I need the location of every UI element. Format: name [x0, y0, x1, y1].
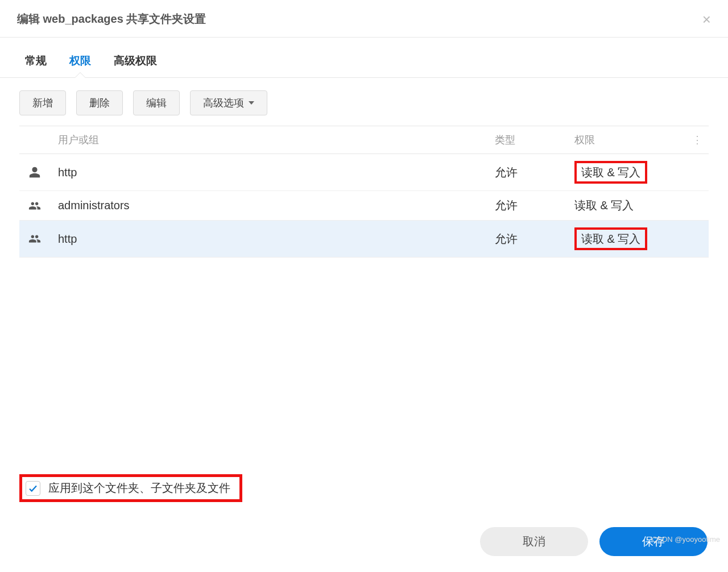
edit-button[interactable]: 编辑	[133, 90, 180, 115]
cell-type: 允许	[487, 221, 566, 257]
cell-name: http	[50, 221, 487, 257]
th-permission[interactable]: 权限	[566, 126, 686, 154]
toolbar: 新增 删除 编辑 高级选项	[0, 78, 728, 126]
save-button[interactable]: 保存	[599, 527, 708, 556]
cell-type: 允许	[487, 191, 566, 220]
advanced-options-label: 高级选项	[203, 96, 244, 110]
table-row[interactable]: administrators允许读取 & 写入	[19, 191, 709, 221]
tab-general[interactable]: 常规	[25, 53, 47, 77]
row-menu-spacer	[686, 221, 709, 257]
row-menu-spacer	[686, 154, 709, 190]
cell-name: administrators	[50, 191, 487, 220]
dialog-edit-shared-folder: 编辑 web_packages 共享文件夹设置 × 常规 权限 高级权限 新增 …	[0, 0, 728, 572]
group-icon	[19, 221, 50, 257]
th-icon	[19, 126, 50, 154]
delete-button[interactable]: 删除	[76, 90, 123, 115]
add-button[interactable]: 新增	[19, 90, 66, 115]
user-icon	[19, 154, 50, 190]
th-user-or-group[interactable]: 用户或组	[50, 126, 487, 154]
group-icon	[19, 191, 50, 220]
close-icon[interactable]: ×	[702, 12, 711, 27]
tab-permission[interactable]: 权限	[69, 53, 91, 77]
tabs: 常规 权限 高级权限	[0, 38, 728, 78]
advanced-options-button[interactable]: 高级选项	[190, 90, 267, 115]
row-menu-spacer	[686, 191, 709, 220]
cell-permission: 读取 & 写入	[566, 154, 686, 190]
checkbox-icon	[26, 481, 40, 496]
chevron-down-icon	[249, 101, 254, 105]
dialog-footer: 取消 保存	[0, 516, 728, 572]
permissions-table-wrap: 用户或组 类型 权限 ⋮ http允许读取 & 写入administrators…	[0, 126, 728, 469]
cell-type: 允许	[487, 154, 566, 190]
column-menu-icon[interactable]: ⋮	[686, 126, 709, 154]
highlight-box: 读取 & 写入	[574, 227, 647, 250]
th-type[interactable]: 类型	[487, 126, 566, 154]
cell-name: http	[50, 154, 487, 190]
table-header: 用户或组 类型 权限 ⋮	[19, 126, 709, 154]
cell-permission: 读取 & 写入	[566, 221, 686, 257]
dialog-title: 编辑 web_packages 共享文件夹设置	[17, 11, 206, 27]
tab-advanced[interactable]: 高级权限	[114, 53, 157, 77]
cancel-button[interactable]: 取消	[480, 527, 588, 556]
cell-permission: 读取 & 写入	[566, 191, 686, 220]
highlight-box: 读取 & 写入	[574, 161, 647, 184]
table-row[interactable]: http允许读取 & 写入	[19, 154, 709, 191]
delete-label: 删除	[89, 96, 110, 110]
permissions-table: 用户或组 类型 权限 ⋮ http允许读取 & 写入administrators…	[19, 126, 709, 258]
apply-recursive-checkbox-row[interactable]: 应用到这个文件夹、子文件夹及文件	[19, 474, 242, 502]
dialog-header: 编辑 web_packages 共享文件夹设置 ×	[0, 0, 728, 38]
apply-recursive-label: 应用到这个文件夹、子文件夹及文件	[48, 480, 230, 496]
table-body: http允许读取 & 写入administrators允许读取 & 写入http…	[19, 154, 709, 258]
add-label: 新增	[32, 96, 53, 110]
edit-label: 编辑	[146, 96, 167, 110]
table-row[interactable]: http允许读取 & 写入	[19, 221, 709, 258]
bottom-area: 应用到这个文件夹、子文件夹及文件	[0, 469, 728, 516]
